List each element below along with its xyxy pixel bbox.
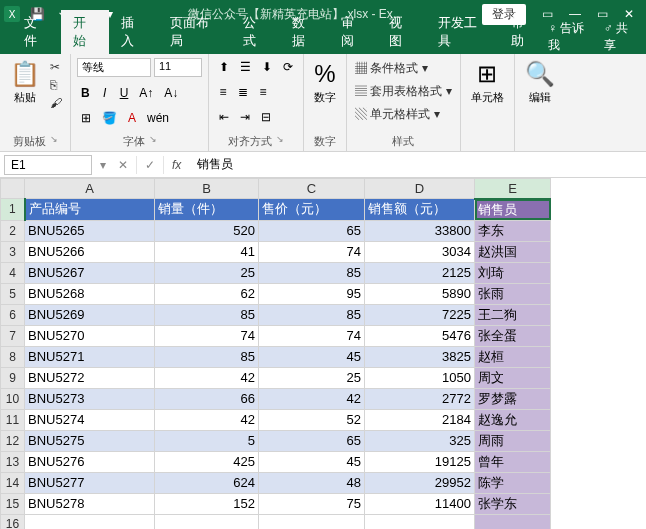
cell[interactable]: 7225 [365, 304, 475, 325]
cell[interactable]: 刘琦 [475, 262, 551, 283]
tellme-button[interactable]: ♀ 告诉我 [548, 20, 594, 54]
cell[interactable]: 41 [155, 241, 259, 262]
row-header[interactable]: 13 [1, 451, 25, 472]
cell[interactable]: 25 [155, 262, 259, 283]
select-all-corner[interactable] [1, 179, 25, 199]
editing-button[interactable]: 🔍 编辑 [521, 58, 559, 107]
cell[interactable]: BNU5268 [25, 283, 155, 304]
col-header-e[interactable]: E [475, 179, 551, 199]
cell[interactable]: 11400 [365, 493, 475, 514]
row-header[interactable]: 5 [1, 283, 25, 304]
tab-insert[interactable]: 插入 [109, 10, 158, 54]
col-header-a[interactable]: A [25, 179, 155, 199]
tab-file[interactable]: 文件 [12, 10, 61, 54]
cell[interactable]: 销售额（元） [365, 199, 475, 221]
row-header[interactable]: 11 [1, 409, 25, 430]
font-size-select[interactable]: 11 [154, 58, 202, 77]
format-painter-button[interactable]: 🖌 [48, 94, 64, 112]
cell[interactable]: 33800 [365, 220, 475, 241]
cell[interactable]: 陈学 [475, 472, 551, 493]
cell[interactable]: 75 [259, 493, 365, 514]
grow-font-button[interactable]: A↑ [135, 84, 157, 102]
cell[interactable]: BNU5277 [25, 472, 155, 493]
tab-home[interactable]: 开始 [61, 10, 110, 54]
row-header[interactable]: 6 [1, 304, 25, 325]
cell[interactable]: BNU5269 [25, 304, 155, 325]
spreadsheet-grid[interactable]: A B C D E 1 产品编号 销量（件） 售价（元） 销售额（元） 销售员 … [0, 178, 646, 529]
underline-button[interactable]: U [116, 84, 133, 102]
cell-styles-button[interactable]: ▧ 单元格样式 ▾ [353, 104, 442, 125]
cell[interactable]: 65 [259, 430, 365, 451]
fx-button[interactable]: fx [164, 156, 189, 174]
cell[interactable]: 42 [155, 409, 259, 430]
row-header[interactable]: 9 [1, 367, 25, 388]
cell[interactable]: 74 [155, 325, 259, 346]
cell[interactable]: 赵洪国 [475, 241, 551, 262]
cell[interactable]: 5476 [365, 325, 475, 346]
cell[interactable]: 29952 [365, 472, 475, 493]
cell[interactable]: BNU5267 [25, 262, 155, 283]
wrap-merge-button[interactable]: ⊟ [257, 108, 275, 126]
cell[interactable]: 45 [259, 451, 365, 472]
phonetic-button[interactable]: wén [143, 109, 173, 127]
cell[interactable]: 周文 [475, 367, 551, 388]
name-box[interactable]: E1 [4, 155, 92, 175]
cell[interactable]: 42 [155, 367, 259, 388]
cell[interactable]: 5890 [365, 283, 475, 304]
cell[interactable]: BNU5265 [25, 220, 155, 241]
col-header-c[interactable]: C [259, 179, 365, 199]
border-button[interactable]: ⊞ [77, 109, 95, 127]
cell[interactable]: BNU5272 [25, 367, 155, 388]
cell[interactable]: 425 [155, 451, 259, 472]
cancel-formula-button[interactable]: ✕ [110, 156, 137, 174]
fill-color-button[interactable]: 🪣 [98, 109, 121, 127]
cell[interactable]: 产品编号 [25, 199, 155, 221]
cell[interactable]: 85 [155, 304, 259, 325]
cell[interactable]: 25 [259, 367, 365, 388]
cell[interactable]: 74 [259, 241, 365, 262]
cell[interactable]: 5 [155, 430, 259, 451]
tab-developer[interactable]: 开发工具 [426, 10, 499, 54]
tab-formulas[interactable]: 公式 [231, 10, 280, 54]
cell[interactable]: 74 [259, 325, 365, 346]
tab-layout[interactable]: 页面布局 [158, 10, 231, 54]
shrink-font-button[interactable]: A↓ [160, 84, 182, 102]
cell[interactable]: 85 [155, 346, 259, 367]
bold-button[interactable]: B [77, 84, 94, 102]
align-left-button[interactable]: ≡ [215, 83, 231, 101]
cell[interactable]: 赵桓 [475, 346, 551, 367]
cell[interactable]: 95 [259, 283, 365, 304]
number-format-button[interactable]: % 数字 [310, 58, 340, 107]
cell[interactable]: 325 [365, 430, 475, 451]
cell[interactable]: 赵逸允 [475, 409, 551, 430]
cell[interactable]: 1050 [365, 367, 475, 388]
orientation-button[interactable]: ⟳ [279, 58, 297, 76]
cell[interactable]: BNU5270 [25, 325, 155, 346]
cell[interactable]: BNU5273 [25, 388, 155, 409]
cell[interactable]: 62 [155, 283, 259, 304]
cell[interactable]: 李东 [475, 220, 551, 241]
tab-review[interactable]: 审阅 [329, 10, 378, 54]
tab-view[interactable]: 视图 [377, 10, 426, 54]
cell[interactable]: 3034 [365, 241, 475, 262]
row-header[interactable]: 2 [1, 220, 25, 241]
cell[interactable]: 销量（件） [155, 199, 259, 221]
cell[interactable]: 2184 [365, 409, 475, 430]
cell[interactable]: 周雨 [475, 430, 551, 451]
cell[interactable]: 45 [259, 346, 365, 367]
cell[interactable]: BNU5278 [25, 493, 155, 514]
increase-indent-button[interactable]: ⇥ [236, 108, 254, 126]
row-header[interactable]: 7 [1, 325, 25, 346]
row-header[interactable]: 15 [1, 493, 25, 514]
cell[interactable]: BNU5274 [25, 409, 155, 430]
enter-formula-button[interactable]: ✓ [137, 156, 164, 174]
cell[interactable]: 520 [155, 220, 259, 241]
cell[interactable]: 张学东 [475, 493, 551, 514]
row-header[interactable]: 8 [1, 346, 25, 367]
conditional-format-button[interactable]: ▦ 条件格式 ▾ [353, 58, 430, 79]
cell[interactable]: 65 [259, 220, 365, 241]
italic-button[interactable]: I [97, 84, 113, 102]
cell[interactable]: 2125 [365, 262, 475, 283]
cell[interactable]: 罗梦露 [475, 388, 551, 409]
copy-button[interactable]: ⎘ [48, 76, 64, 94]
